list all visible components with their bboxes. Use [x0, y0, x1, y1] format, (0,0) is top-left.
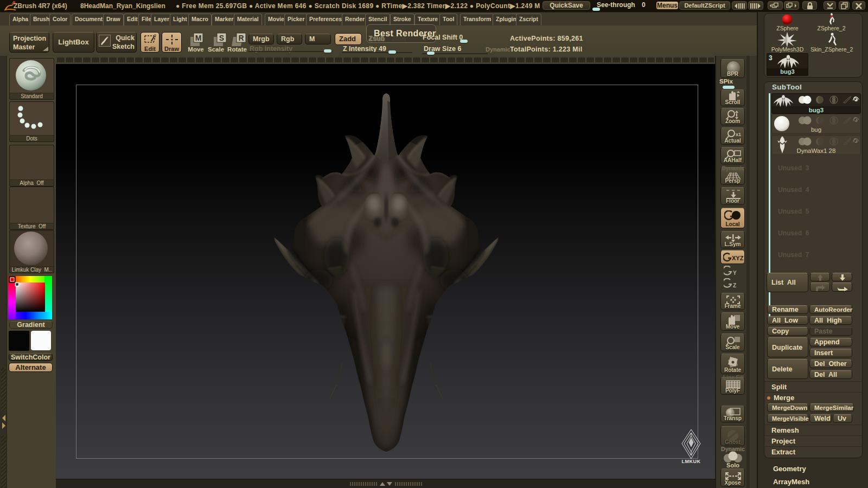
svg-text:M: M	[195, 34, 202, 42]
svg-text:R: R	[238, 34, 244, 42]
svg-text:S: S	[219, 34, 224, 42]
svg-text:XYZ: XYZ	[732, 255, 744, 261]
svg-text:Z: Z	[733, 282, 736, 288]
svg-text:Y: Y	[733, 270, 737, 276]
svg-text:LMKUK: LMKUK	[682, 459, 701, 464]
svg-text:x1: x1	[736, 132, 741, 137]
